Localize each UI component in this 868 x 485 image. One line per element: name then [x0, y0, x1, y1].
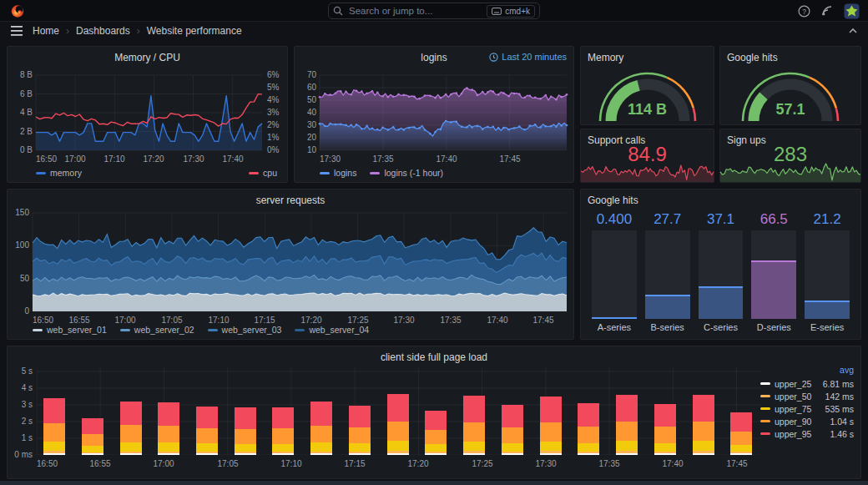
bar-gauge[interactable]: 0.400A-series: [588, 210, 641, 334]
legend-item[interactable]: upper_75535 ms: [760, 402, 855, 415]
panel-memory-cpu: Memory / CPU 8 B6 B4 B2 B0 B6%5%4%3%2%1%…: [7, 46, 288, 183]
bar-segment: [463, 453, 485, 455]
news-rss-icon[interactable]: [821, 5, 833, 17]
x-axis-label: 17:30: [320, 155, 341, 164]
bar-gauge-track: [699, 230, 744, 319]
bar-gauge-label: D-series: [751, 319, 796, 334]
bar-gauge-value: 66.5: [751, 210, 796, 229]
bar-segment: [196, 443, 218, 452]
legend-avg-value: 1.04 s: [830, 417, 855, 427]
breadcrumb-bar: Home›Dashboards›Website performance: [0, 22, 868, 40]
grafana-logo-icon[interactable]: [10, 3, 25, 18]
dashboard: Memory / CPU 8 B6 B4 B2 B0 B6%5%4%3%2%1%…: [0, 40, 868, 485]
x-axis-label: 17:25: [472, 460, 492, 468]
legend-item[interactable]: upper_256.81 ms: [760, 377, 855, 390]
y-axis-label: 50: [8, 275, 29, 283]
legend-avg-value: 535 ms: [825, 404, 855, 414]
stacked-bar[interactable]: [730, 412, 752, 455]
stacked-bar[interactable]: [693, 395, 714, 455]
legend-item[interactable]: web_server_03: [208, 325, 282, 335]
legend-item[interactable]: memory: [36, 168, 82, 178]
stacked-bar[interactable]: [196, 407, 218, 455]
x-axis-label: 17:45: [499, 155, 520, 164]
stacked-bar[interactable]: [235, 407, 256, 455]
bar-segment: [43, 453, 65, 455]
breadcrumb-item[interactable]: Home: [33, 25, 59, 37]
legend-swatch: [760, 407, 770, 410]
bar-gauge-label: C-series: [699, 319, 744, 334]
bar-gauge[interactable]: 66.5D-series: [747, 210, 800, 334]
x-axis-label: 16:55: [68, 316, 89, 325]
memory-cpu-chart: 8 B6 B4 B2 B0 B6%5%4%3%2%1%0%16:5017:001…: [8, 47, 287, 182]
bar-gauge[interactable]: 37.1C-series: [694, 210, 748, 334]
google-hits-gauge: 57.1: [720, 47, 860, 124]
legend-item[interactable]: upper_951.46 s: [760, 427, 855, 440]
stacked-bar[interactable]: [463, 396, 485, 455]
stacked-bar[interactable]: [616, 395, 638, 455]
bar-segment: [120, 453, 142, 455]
bar-gauge-value: 37.1: [699, 210, 744, 229]
bar-gauge[interactable]: 27.7B-series: [641, 210, 694, 334]
bar-gauge-label: A-series: [592, 319, 637, 334]
legend-header-avg[interactable]: avg: [760, 365, 855, 375]
legend-item[interactable]: cpu: [249, 168, 277, 178]
stacked-bar[interactable]: [120, 402, 142, 455]
x-axis-label: 17:40: [487, 316, 507, 325]
breadcrumb-item[interactable]: Dashboards: [76, 25, 130, 37]
bar-gauge-label: E-series: [805, 319, 850, 334]
bar-segment: [578, 403, 599, 427]
y-axis-label: 20: [295, 134, 316, 142]
bar-gauge-track: [751, 230, 796, 319]
legend-swatch: [208, 329, 218, 331]
panel-server-requests: server requests 15010050016:5016:5517:00…: [7, 189, 574, 340]
bar-segment: [463, 442, 485, 452]
legend-item[interactable]: upper_50142 ms: [760, 390, 855, 402]
legend-item[interactable]: web_server_01: [33, 325, 107, 335]
legend-item[interactable]: logins (-1 hour): [370, 168, 443, 178]
x-axis-label: 17:40: [662, 460, 683, 468]
x-axis-label: 16:55: [89, 460, 110, 468]
stacked-bar[interactable]: [387, 394, 409, 455]
x-axis-label: 17:00: [64, 155, 85, 164]
help-icon[interactable]: ?: [798, 5, 810, 18]
y-axis-label: 4 s: [8, 384, 33, 392]
stacked-bar[interactable]: [272, 407, 294, 455]
search-input[interactable]: cmd+k: [328, 3, 540, 19]
legend-swatch: [249, 172, 259, 174]
legend-item[interactable]: upper_901.04 s: [760, 415, 855, 427]
stacked-bar[interactable]: [578, 403, 599, 455]
search-shortcut-badge: cmd+k: [487, 5, 535, 18]
stacked-bar[interactable]: [654, 404, 676, 455]
x-axis-label: 17:30: [183, 155, 204, 164]
bar-gauge[interactable]: 21.2E-series: [800, 210, 854, 334]
logins-chart: 7060504030201017:3017:3517:4017:45logins…: [295, 47, 573, 182]
user-avatar[interactable]: [844, 3, 860, 19]
legend-item[interactable]: web_server_02: [120, 325, 194, 335]
bar-segment: [502, 427, 523, 443]
panel-title[interactable]: Google hits: [588, 195, 638, 206]
stacked-bar[interactable]: [310, 402, 332, 455]
stacked-bar[interactable]: [43, 398, 65, 455]
stacked-bar[interactable]: [425, 411, 447, 455]
legend-swatch: [320, 172, 330, 174]
y-axis-label: 0: [8, 307, 29, 316]
top-nav: cmd+k ?: [0, 0, 868, 22]
legend-item[interactable]: logins: [320, 168, 356, 178]
stacked-bar[interactable]: [349, 406, 371, 455]
bar-segment: [310, 453, 332, 455]
legend-item[interactable]: web_server_04: [295, 325, 369, 335]
collapse-top-icon[interactable]: [848, 26, 858, 36]
stacked-bar[interactable]: [540, 397, 562, 455]
stacked-bar[interactable]: [158, 402, 179, 455]
legend-swatch: [760, 420, 770, 422]
x-axis-label: 17:00: [114, 316, 135, 325]
bar-segment: [730, 432, 752, 445]
search-field[interactable]: [347, 5, 482, 17]
stacked-bar[interactable]: [502, 405, 523, 455]
stacked-bar[interactable]: [82, 418, 103, 455]
bar-segment: [502, 443, 523, 452]
bar-segment: [425, 430, 447, 444]
breadcrumb-item[interactable]: Website performance: [147, 25, 242, 37]
search-icon: [333, 6, 343, 16]
menu-toggle-icon[interactable]: [11, 26, 23, 36]
